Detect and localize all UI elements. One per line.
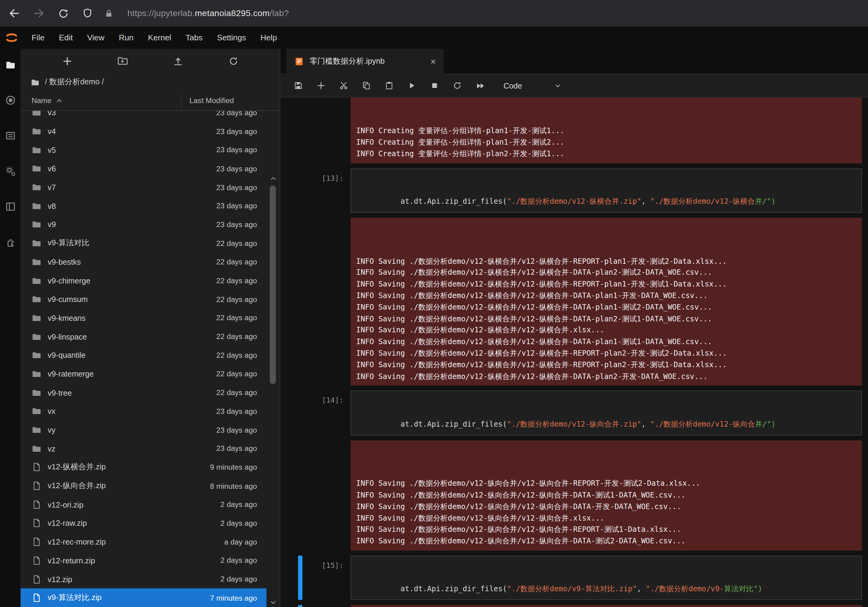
notebook-tab[interactable]: 零门槛数据分析.ipynb × bbox=[287, 49, 444, 74]
file-row[interactable]: v9-quantile 22 days ago bbox=[21, 346, 267, 365]
file-row[interactable]: v9-kmeans 22 days ago bbox=[21, 309, 267, 327]
output-line: INFO Saving ./数据分析demo/v12-纵向合并/v12-纵向合并… bbox=[356, 490, 857, 501]
file-row[interactable]: v12-rec-more.zip a day ago bbox=[21, 533, 267, 551]
code-token: 并/") bbox=[755, 197, 775, 206]
file-row[interactable]: vy 23 days ago bbox=[21, 421, 267, 439]
file-row[interactable]: v12-ori.zip 2 days ago bbox=[21, 495, 267, 514]
cell-collapser[interactable] bbox=[298, 391, 302, 435]
code-cell-13[interactable]: [13]: at.dt.Api.zip_dir_files("./数据分析dem… bbox=[281, 168, 868, 213]
code-token: "./数据分析demo/v12-纵向合并.zip" bbox=[507, 420, 641, 428]
file-row[interactable]: v12-return.zip 2 days ago bbox=[21, 551, 267, 570]
name-column-header[interactable]: Name bbox=[31, 96, 51, 105]
menu-item[interactable]: Kernel bbox=[141, 27, 178, 49]
upload-icon[interactable] bbox=[171, 54, 184, 68]
file-row[interactable]: v12-raw.zip 2 days ago bbox=[21, 514, 267, 533]
folder-icon bbox=[31, 332, 42, 342]
file-row[interactable]: vx 23 days ago bbox=[21, 402, 267, 421]
file-row[interactable]: v12.zip 2 days ago bbox=[21, 570, 267, 589]
file-row[interactable]: v6 23 days ago bbox=[21, 159, 267, 178]
stderr-output-13: INFO Saving ./数据分析demo/v12-纵横合并/v12-纵横合并… bbox=[351, 218, 862, 386]
active-output-collapser[interactable] bbox=[298, 605, 302, 607]
file-row[interactable]: v3 23 days ago bbox=[21, 111, 267, 122]
file-row[interactable]: v9-ratemerge 22 days ago bbox=[21, 364, 267, 383]
file-row[interactable]: v9-bestks 22 days ago bbox=[21, 252, 267, 271]
new-folder-icon[interactable] bbox=[116, 54, 129, 68]
menu-item[interactable]: Settings bbox=[210, 27, 253, 49]
url-domain: metanoia8295.com bbox=[195, 8, 270, 18]
file-browser-icon[interactable] bbox=[4, 59, 16, 71]
output-area-15: INFO Saving ./数据分析demo/v9-算法对比/v9-算法对比-D… bbox=[281, 605, 868, 607]
menu-item[interactable]: View bbox=[80, 27, 112, 49]
menu-item[interactable]: Edit bbox=[52, 27, 80, 49]
tools-gear-icon[interactable] bbox=[4, 165, 16, 177]
menu-item[interactable]: File bbox=[24, 27, 51, 49]
restart-run-all-icon[interactable] bbox=[469, 81, 491, 91]
file-browser-panel: / 数据分析demo / Name Last Modified bbox=[21, 49, 281, 607]
save-icon[interactable] bbox=[287, 81, 310, 90]
tab-title: 零门槛数据分析.ipynb bbox=[310, 56, 423, 67]
stop-kernel-icon[interactable] bbox=[423, 81, 446, 90]
code-editor-13[interactable]: at.dt.Api.zip_dir_files("./数据分析demo/v12-… bbox=[351, 168, 862, 213]
output-prompt bbox=[302, 98, 351, 163]
layout-panel-icon[interactable] bbox=[4, 200, 16, 212]
menu-item[interactable]: Run bbox=[112, 27, 141, 49]
shield-icon[interactable] bbox=[81, 7, 94, 20]
file-row[interactable]: v7 23 days ago bbox=[21, 178, 267, 197]
code-cell-15-active[interactable]: [15]: at.dt.Api.zip_dir_files("./数据分析dem… bbox=[281, 556, 868, 600]
restart-kernel-icon[interactable] bbox=[446, 81, 469, 90]
file-row[interactable]: v9-tree 22 days ago bbox=[21, 383, 267, 402]
modified-column-header[interactable]: Last Modified bbox=[181, 94, 234, 107]
output-collapser[interactable] bbox=[298, 218, 302, 386]
notebook-content[interactable]: INFO Creating 变量评估-分组详情-plan1-开发-测试1...I… bbox=[281, 98, 868, 607]
code-editor-14[interactable]: at.dt.Api.zip_dir_files("./数据分析demo/v12-… bbox=[351, 391, 862, 435]
code-token: 算法对比") bbox=[724, 585, 762, 593]
file-row[interactable]: v9-算法对比 22 days ago bbox=[21, 234, 267, 253]
code-token: , bbox=[641, 197, 650, 206]
file-name: v12-ori.zip bbox=[48, 500, 220, 509]
file-row[interactable]: v9-chimerge 22 days ago bbox=[21, 271, 267, 290]
insert-cell-icon[interactable] bbox=[310, 81, 332, 90]
breadcrumb-path: / 数据分析demo / bbox=[45, 77, 104, 87]
forward-icon[interactable] bbox=[32, 7, 45, 20]
address-bar[interactable]: https://jupyterlab.metanoia8295.com/lab? bbox=[127, 8, 289, 18]
menu-item[interactable]: Tabs bbox=[178, 27, 209, 49]
file-row[interactable]: v9-cumsum 22 days ago bbox=[21, 290, 267, 309]
file-row[interactable]: v12-纵向合并.zip 8 minutes ago bbox=[21, 477, 267, 496]
menu-item[interactable]: Help bbox=[253, 27, 284, 49]
active-cell-collapser[interactable] bbox=[298, 556, 302, 600]
refresh-icon[interactable] bbox=[226, 54, 240, 68]
file-row[interactable]: v8 23 days ago bbox=[21, 197, 267, 215]
output-collapser[interactable] bbox=[298, 440, 302, 551]
cell-collapser[interactable] bbox=[298, 168, 302, 213]
reload-icon[interactable] bbox=[56, 7, 70, 20]
cell-type-dropdown[interactable]: Code bbox=[499, 79, 566, 91]
run-cell-icon[interactable] bbox=[400, 81, 423, 90]
scroll-up-icon[interactable] bbox=[270, 173, 277, 183]
file-row[interactable]: vz 23 days ago bbox=[21, 439, 267, 458]
code-cell-14[interactable]: [14]: at.dt.Api.zip_dir_files("./数据分析dem… bbox=[281, 391, 868, 435]
file-row[interactable]: v4 23 days ago bbox=[21, 122, 267, 141]
scrollbar-thumb[interactable] bbox=[270, 186, 276, 384]
back-icon[interactable] bbox=[8, 7, 21, 20]
cut-cell-icon[interactable] bbox=[332, 81, 355, 90]
output-collapser[interactable] bbox=[298, 98, 302, 163]
scroll-down-icon[interactable] bbox=[270, 597, 277, 607]
running-sessions-icon[interactable] bbox=[4, 94, 16, 107]
extensions-puzzle-icon[interactable] bbox=[4, 236, 16, 248]
copy-cell-icon[interactable] bbox=[355, 81, 378, 90]
file-name: v4 bbox=[48, 127, 216, 136]
file-list-scrollbar[interactable] bbox=[267, 173, 279, 607]
file-row[interactable]: v5 23 days ago bbox=[21, 141, 267, 159]
sessions-card-icon[interactable] bbox=[4, 130, 16, 142]
breadcrumb[interactable]: / 数据分析demo / bbox=[21, 73, 280, 91]
new-launcher-icon[interactable] bbox=[60, 54, 74, 68]
tab-close-icon[interactable]: × bbox=[428, 57, 438, 66]
output-line: INFO Creating 变量评估-分组详情-plan1-开发-测试1... bbox=[356, 125, 857, 137]
paste-cell-icon[interactable] bbox=[378, 81, 400, 90]
file-row[interactable]: v12-纵横合并.zip 9 minutes ago bbox=[21, 458, 267, 477]
code-editor-15[interactable]: at.dt.Api.zip_dir_files("./数据分析demo/v9-算… bbox=[351, 556, 862, 600]
output-area-13: INFO Saving ./数据分析demo/v12-纵横合并/v12-纵横合并… bbox=[281, 218, 868, 386]
file-row[interactable]: v9-算法对比.zip 7 minutes ago bbox=[21, 588, 267, 607]
file-row[interactable]: v9-linspace 22 days ago bbox=[21, 327, 267, 346]
file-row[interactable]: v9 23 days ago bbox=[21, 215, 267, 234]
